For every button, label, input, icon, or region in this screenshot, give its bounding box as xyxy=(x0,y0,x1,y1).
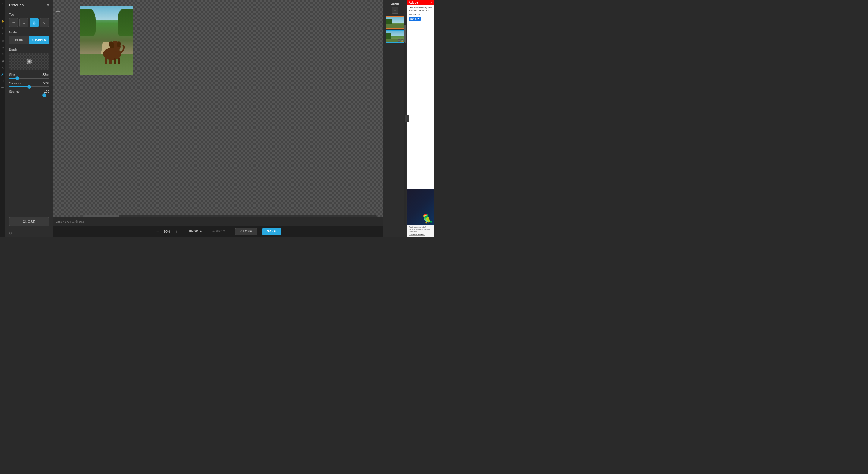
dodge-tool-button[interactable]: ○ xyxy=(40,18,49,27)
retouch-body: Tool ✏ ⊕ 💧 ○ Mode BLUR SHARPEN Brush Siz… xyxy=(5,10,53,215)
canvas-area: ✛ xyxy=(53,0,383,237)
select-icon[interactable]: ⬚ xyxy=(1,12,5,16)
add-layer-button[interactable]: + xyxy=(392,7,398,13)
paint-icon[interactable]: 🖌 xyxy=(1,72,5,76)
tool-label: Tool xyxy=(9,13,49,16)
retouch-title: Retouch xyxy=(9,3,24,7)
softness-slider-thumb[interactable] xyxy=(27,85,31,89)
brush-label: Brush xyxy=(9,48,49,51)
scrollbar-thumb-h[interactable] xyxy=(83,215,119,217)
brush-icon[interactable]: ⚡ xyxy=(1,19,5,23)
size-slider-thumb[interactable] xyxy=(16,76,19,80)
settings-icon[interactable]: ⚙ xyxy=(9,231,12,235)
ad-terms: T&Cs apply. xyxy=(409,13,433,16)
change-consent-button[interactable]: Change Consent xyxy=(409,233,425,236)
tree-left xyxy=(81,9,96,36)
panel-bottom: ⚙ xyxy=(5,229,53,237)
strength-slider-thumb[interactable] xyxy=(42,93,46,97)
close-toolbar-button[interactable]: CLOSE xyxy=(235,228,257,235)
scrollbar-thumb-v[interactable] xyxy=(404,25,406,43)
canvas-image[interactable] xyxy=(80,6,133,75)
ad-footer: Want to remove ads? Try Pixlr Premium 30… xyxy=(407,225,434,237)
remove-ads-text: Want to remove ads? xyxy=(409,226,433,228)
zoom-controls: − 60% + xyxy=(155,229,179,234)
redo-button[interactable]: ↷ REDO xyxy=(212,230,225,233)
size-slider-row: Size 33px xyxy=(9,73,49,78)
ad-header: Adobe × xyxy=(407,0,434,5)
ad-close-button[interactable]: × xyxy=(431,1,433,4)
collapse-arrow[interactable]: › xyxy=(405,115,409,122)
panel-footer: CLOSE ⚙ xyxy=(5,215,53,237)
tool-buttons: ✏ ⊕ 💧 ○ xyxy=(9,18,49,27)
layer-item[interactable]: 👁 🔒 ··· xyxy=(386,30,404,43)
pattern-icon[interactable]: # xyxy=(1,32,5,36)
retouch-header: Retouch × xyxy=(5,0,53,10)
more-icon[interactable]: ••• xyxy=(1,85,5,90)
separator-1 xyxy=(184,229,184,234)
ad-panel: Adobe × Grow your creativity with 20% of… xyxy=(407,0,434,237)
horizontal-scrollbar[interactable] xyxy=(83,215,377,217)
transform-icon[interactable]: ⊞ xyxy=(1,39,5,43)
retouch-panel: Retouch × Tool ✏ ⊕ 💧 ○ Mode BLUR SHARPEN… xyxy=(5,0,53,237)
size-slider-label: Size xyxy=(9,73,15,76)
divider xyxy=(1,9,4,9)
ad-body: Grow your creativity with 20% off Creati… xyxy=(407,5,434,189)
layer-thumbnail-small[interactable] xyxy=(386,16,404,29)
softness-slider-track[interactable] xyxy=(9,86,49,87)
undo-button[interactable]: UNDO ↶ xyxy=(189,230,202,233)
zoom-in-button[interactable]: + xyxy=(174,229,179,234)
bottom-toolbar: − 60% + UNDO ↶ ↷ REDO CLOSE SAVE xyxy=(53,226,383,237)
separator-2 xyxy=(207,229,207,234)
text-icon[interactable]: T xyxy=(1,26,5,30)
save-button[interactable]: SAVE xyxy=(262,228,281,235)
premium-text: Try Pixlr Premium 30 days 100% free. xyxy=(409,229,433,232)
ad-bird-graphic: 🦜 xyxy=(422,214,433,223)
vertical-scrollbar[interactable] xyxy=(404,24,406,225)
stamp-tool-button[interactable]: ⊕ xyxy=(19,18,28,27)
strength-slider-fill xyxy=(9,95,44,96)
move-icon: ✛ xyxy=(56,9,60,15)
effect-icon[interactable]: ◎ xyxy=(1,65,5,70)
panel-close-button[interactable]: × xyxy=(47,2,49,7)
strength-slider-value: 100 xyxy=(44,90,49,93)
adobe-logo: Adobe xyxy=(409,1,418,4)
eraser-icon[interactable]: ◻ xyxy=(1,78,5,83)
home-icon[interactable]: ⌂ xyxy=(1,2,5,6)
brush-preview xyxy=(9,53,49,70)
blur-mode-button[interactable]: BLUR xyxy=(9,36,29,44)
cut-icon[interactable]: ✂ xyxy=(1,45,5,50)
size-slider-header: Size 33px xyxy=(9,73,49,76)
sharpen-mode-button[interactable]: SHARPEN xyxy=(29,36,49,44)
undo-icon: ↶ xyxy=(199,230,202,233)
svg-rect-4 xyxy=(104,58,107,64)
layer-more-icon[interactable]: ··· xyxy=(401,32,403,34)
svg-rect-7 xyxy=(118,58,120,64)
size-slider-track[interactable] xyxy=(9,78,49,78)
ad-headline: Grow your creativity with 20% off Creati… xyxy=(409,6,433,12)
svg-rect-5 xyxy=(109,59,112,64)
strength-slider-header: Strength 100 xyxy=(9,90,49,93)
redo-icon: ↷ xyxy=(212,230,215,233)
strength-slider-track[interactable] xyxy=(9,95,49,96)
zoom-out-button[interactable]: − xyxy=(155,229,160,234)
layer-lock-icon: 🔒 xyxy=(401,39,403,42)
softness-slider-fill xyxy=(9,86,29,87)
status-text: 2880 x 1794 px @ 60% xyxy=(56,220,84,223)
close-button[interactable]: CLOSE xyxy=(9,217,49,226)
blur-tool-button[interactable]: 💧 xyxy=(30,18,38,27)
mode-buttons: BLUR SHARPEN xyxy=(9,36,49,44)
layers-title: Layers xyxy=(390,2,399,5)
thumb-ground xyxy=(386,24,404,28)
brush-dot xyxy=(27,59,32,64)
svg-rect-6 xyxy=(114,59,116,64)
layers-panel: Layers + 👁 🔒 ··· › xyxy=(383,0,407,237)
layer-icons: 👁 🔒 xyxy=(398,39,403,42)
softness-slider-header: Softness 50% xyxy=(9,81,49,85)
softness-slider-row: Softness 50% xyxy=(9,81,49,87)
icon-bar: ⌂ ⬚ ⚡ T # ⊞ ✂ ⇅ ◕ ◎ 🖌 ◻ ••• xyxy=(0,0,5,237)
ad-cta-button[interactable]: Buy now xyxy=(409,17,421,21)
adjust-icon[interactable]: ⇅ xyxy=(1,52,5,56)
pencil-tool-button[interactable]: ✏ xyxy=(9,18,18,27)
color-icon[interactable]: ◕ xyxy=(1,59,5,63)
canvas-content[interactable]: ✛ xyxy=(53,0,383,217)
